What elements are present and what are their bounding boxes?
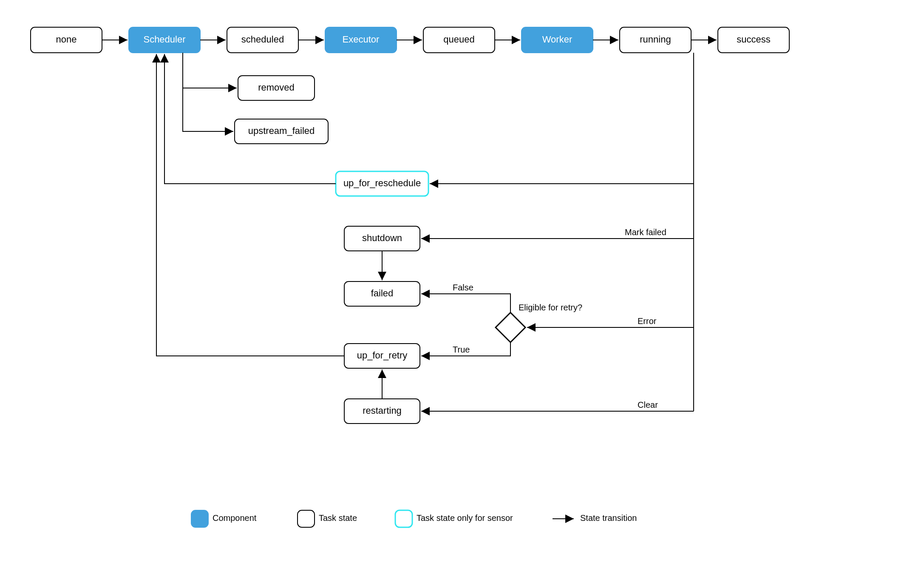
node-scheduled: scheduled — [227, 27, 298, 53]
node-up-for-reschedule: up_for_reschedule — [336, 171, 428, 196]
legend: Component Task state Task state only for… — [191, 510, 637, 527]
svg-rect-16 — [298, 510, 315, 527]
label-error: Error — [638, 316, 657, 326]
task-lifecycle-diagram: none Scheduler scheduled Executor queued… — [0, 0, 924, 580]
node-scheduler: Scheduler — [129, 27, 200, 53]
legend-transition: State transition — [580, 513, 637, 523]
node-shutdown: shutdown — [344, 226, 420, 251]
node-failed-label: failed — [371, 288, 394, 299]
node-queued-label: queued — [443, 34, 474, 45]
legend-task-state: Task state — [319, 513, 357, 523]
node-up-for-retry: up_for_retry — [344, 344, 420, 368]
node-upstream-failed: upstream_failed — [235, 119, 328, 144]
node-running: running — [620, 27, 691, 53]
node-success: success — [718, 27, 789, 53]
edge-scheduler-removed — [183, 53, 237, 88]
label-false: False — [453, 283, 473, 292]
node-restarting: restarting — [344, 399, 420, 424]
node-running-label: running — [640, 34, 671, 45]
node-none: none — [31, 27, 102, 53]
node-upstream-failed-label: upstream_failed — [248, 125, 315, 136]
node-executor: Executor — [325, 27, 397, 53]
node-shutdown-label: shutdown — [362, 233, 402, 243]
node-scheduler-label: Scheduler — [143, 34, 185, 45]
edge-diamond-failed — [421, 294, 510, 313]
node-none-label: none — [56, 34, 77, 45]
svg-rect-15 — [191, 510, 208, 527]
node-removed-label: removed — [258, 82, 295, 93]
label-mark-failed: Mark failed — [625, 227, 666, 237]
node-restarting-label: restarting — [363, 405, 402, 416]
node-up-for-retry-label: up_for_retry — [357, 350, 408, 361]
node-up-for-reschedule-label: up_for_reschedule — [343, 178, 421, 188]
label-eligible: Eligible for retry? — [519, 303, 582, 312]
node-queued: queued — [423, 27, 495, 53]
legend-component: Component — [213, 513, 257, 523]
node-executor-label: Executor — [343, 34, 380, 45]
node-scheduled-label: scheduled — [241, 34, 284, 45]
edge-scheduler-upstream-failed — [183, 88, 233, 131]
node-worker: Worker — [522, 27, 593, 53]
node-failed: failed — [344, 281, 420, 306]
node-removed: removed — [238, 76, 315, 100]
legend-sensor: Task state only for sensor — [417, 513, 513, 523]
node-worker-label: Worker — [542, 34, 573, 45]
decision-eligible-for-retry — [496, 313, 525, 342]
svg-rect-17 — [395, 510, 412, 527]
node-success-label: success — [737, 34, 770, 45]
label-clear: Clear — [638, 400, 658, 409]
label-true: True — [453, 345, 470, 354]
